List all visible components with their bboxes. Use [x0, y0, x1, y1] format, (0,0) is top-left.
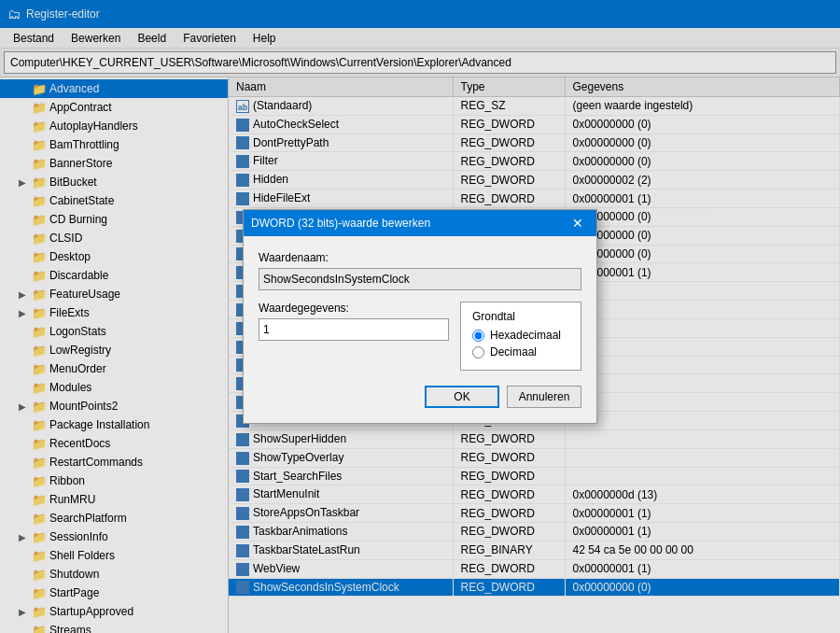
dialog-overlay: DWORD (32 bits)-waarde bewerken ✕ Waarde… [0, 0, 840, 633]
dec-radio-row: Decimaal [472, 345, 569, 359]
dec-radio[interactable] [472, 346, 484, 359]
dialog-title: DWORD (32 bits)-waarde bewerken [251, 217, 430, 230]
value-section: Waardegegevens: [259, 302, 449, 352]
dialog-buttons: OK Annuleren [259, 386, 581, 408]
dialog-close-button[interactable]: ✕ [567, 215, 589, 232]
hex-radio-row: Hexadecimaal [472, 329, 569, 342]
radix-section: Grondtal Hexadecimaal Decimaal [460, 302, 581, 371]
name-label: Waardenaam: [259, 251, 581, 264]
dec-label[interactable]: Decimaal [490, 345, 537, 359]
edit-dword-dialog: DWORD (32 bits)-waarde bewerken ✕ Waarde… [243, 209, 597, 424]
name-input [259, 268, 581, 290]
radix-title: Grondtal [472, 310, 569, 323]
dialog-row: Waardegegevens: Grondtal Hexadecimaal De… [259, 302, 581, 371]
ok-button[interactable]: OK [425, 386, 499, 408]
hex-label[interactable]: Hexadecimaal [490, 329, 561, 342]
data-input[interactable] [259, 318, 449, 341]
dialog-body: Waardenaam: Waardegegevens: Grondtal Hex… [244, 236, 596, 423]
cancel-button[interactable]: Annuleren [507, 386, 581, 408]
data-label: Waardegegevens: [259, 302, 449, 315]
dialog-title-bar: DWORD (32 bits)-waarde bewerken ✕ [244, 210, 596, 236]
hex-radio[interactable] [472, 330, 484, 342]
